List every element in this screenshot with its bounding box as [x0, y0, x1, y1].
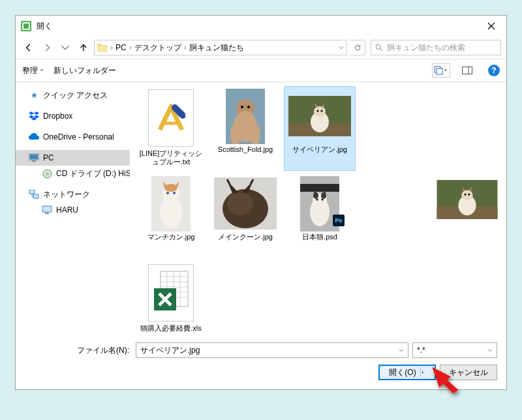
svg-point-1 [376, 44, 380, 49]
svg-point-58 [461, 190, 472, 200]
file-item-mainecoon[interactable]: メインクーン.jpg [209, 173, 281, 258]
svg-rect-14 [45, 213, 49, 214]
svg-point-36 [227, 192, 253, 215]
svg-point-26 [317, 110, 319, 112]
image-thumb [140, 177, 202, 230]
view-mode-dropdown[interactable] [432, 63, 450, 78]
filetype-filter[interactable]: *.* [412, 342, 497, 358]
new-folder-button[interactable]: 新しいフォルダー [54, 65, 116, 76]
file-item-txt[interactable]: [LINE]ブリティッシュブルー.txt [135, 86, 207, 171]
svg-point-25 [314, 106, 326, 117]
preview-image [435, 180, 500, 219]
cancel-button[interactable]: キャンセル [440, 365, 497, 380]
dialog-title: 開く [37, 21, 52, 32]
file-area: [LINE]ブリティッシュブルー.txt Scottish_Fold.jpg サ… [130, 82, 506, 336]
dropbox-icon [29, 111, 39, 121]
preview-pane [428, 82, 506, 336]
monitor-icon [42, 205, 52, 215]
folder-icon [97, 43, 108, 52]
breadcrumb-desktop[interactable]: デスクトップ [134, 42, 181, 53]
cloud-icon [29, 132, 39, 142]
file-item-psd[interactable]: Ps 日本猫.psd [284, 173, 356, 258]
file-label: サイベリアン.jpg [292, 145, 347, 154]
filename-label: ファイル名(N): [25, 345, 129, 356]
svg-point-10 [46, 173, 48, 175]
svg-rect-11 [29, 190, 35, 194]
sidebar-haru[interactable]: HARU [16, 202, 130, 218]
file-label: マンチカン.jpg [147, 233, 195, 241]
svg-point-33 [173, 192, 176, 194]
search-icon [375, 44, 383, 52]
file-item-xls[interactable]: 猫購入必要経費.xls [135, 261, 207, 336]
svg-point-43 [316, 198, 318, 200]
close-button[interactable] [476, 16, 506, 37]
file-item-scottish[interactable]: Scottish_Fold.jpg [209, 86, 281, 171]
file-label: 猫購入必要経費.xls [140, 324, 202, 333]
svg-point-60 [468, 194, 470, 196]
filename-input[interactable]: サイベリアン.jpg [136, 342, 408, 358]
main-area: ★クイック アクセス Dropbox OneDrive - Personal P… [16, 82, 506, 336]
svg-rect-0 [97, 46, 108, 52]
back-button[interactable] [21, 40, 37, 55]
svg-rect-13 [42, 206, 52, 212]
svg-rect-3 [437, 68, 442, 74]
svg-rect-12 [33, 194, 38, 198]
footer: ファイル名(N): サイベリアン.jpg *.* 開く(O) キャンセル [16, 336, 506, 389]
refresh-button[interactable] [350, 40, 365, 55]
organize-dropdown[interactable]: 整理 [22, 65, 44, 76]
forward-button[interactable] [39, 40, 55, 55]
file-grid[interactable]: [LINE]ブリティッシュブルー.txt Scottish_Fold.jpg サ… [130, 82, 428, 336]
open-button[interactable]: 開く(O) [378, 365, 436, 380]
pc-icon [29, 153, 39, 163]
sidebar-onedrive[interactable]: OneDrive - Personal [16, 129, 130, 145]
svg-point-27 [321, 110, 323, 112]
svg-rect-38 [300, 184, 339, 192]
svg-point-32 [166, 192, 169, 194]
image-thumb [214, 89, 277, 143]
svg-point-59 [465, 194, 467, 196]
navbar: › PC › デスクトップ › 胴キュン猫たち 胴キュン猫たちの検索 [16, 37, 506, 59]
recent-dropdown[interactable] [57, 40, 73, 55]
svg-point-44 [322, 198, 324, 200]
file-label: 日本猫.psd [302, 233, 337, 241]
sidebar-cd-drive[interactable]: CD ドライブ (D:) HiSuite [16, 166, 130, 181]
close-icon [487, 22, 495, 30]
svg-point-20 [241, 106, 243, 108]
file-label: メインクーン.jpg [218, 233, 273, 241]
svg-point-21 [247, 106, 250, 108]
disc-icon [42, 168, 52, 179]
address-bar[interactable]: › PC › デスクトップ › 胴キュン猫たち [94, 40, 347, 55]
sidebar-network[interactable]: ネットワーク [16, 187, 130, 202]
svg-point-42 [321, 192, 326, 199]
app-icon [21, 21, 31, 31]
file-item-siberian[interactable]: サイベリアン.jpg [284, 86, 356, 171]
photoshop-badge-icon: Ps [333, 215, 345, 226]
chevron-down-icon[interactable] [339, 45, 344, 50]
sidebar-quick-access[interactable]: ★クイック アクセス [16, 87, 130, 103]
sidebar: ★クイック アクセス Dropbox OneDrive - Personal P… [16, 82, 130, 336]
sidebar-dropbox[interactable]: Dropbox [16, 108, 130, 124]
svg-rect-8 [32, 160, 36, 162]
network-icon [29, 189, 39, 200]
help-button[interactable]: ? [488, 65, 500, 76]
svg-rect-4 [463, 67, 472, 74]
chevron-down-icon[interactable] [399, 348, 404, 353]
chevron-down-icon [487, 348, 493, 353]
file-item-munchkin[interactable]: マンチカン.jpg [135, 173, 207, 258]
svg-point-31 [164, 184, 177, 192]
breadcrumb-folder[interactable]: 胴キュン猫たち [189, 42, 244, 53]
search-placeholder: 胴キュン猫たちの検索 [387, 42, 465, 53]
svg-point-41 [313, 192, 318, 199]
preview-pane-button[interactable] [459, 63, 475, 78]
sidebar-pc[interactable]: PC [16, 150, 130, 166]
up-button[interactable] [76, 40, 91, 55]
thumbnails-icon [434, 66, 443, 75]
breadcrumb-pc[interactable]: PC [115, 43, 127, 52]
xls-thumb [148, 264, 194, 322]
toolbar: 整理 新しいフォルダー ? [16, 59, 506, 82]
image-thumb [288, 89, 351, 143]
file-label: [LINE]ブリティッシュブルー.txt [138, 149, 204, 166]
search-input[interactable]: 胴キュン猫たちの検索 [371, 40, 501, 55]
titlebar: 開く [16, 16, 506, 37]
image-thumb [214, 177, 277, 230]
